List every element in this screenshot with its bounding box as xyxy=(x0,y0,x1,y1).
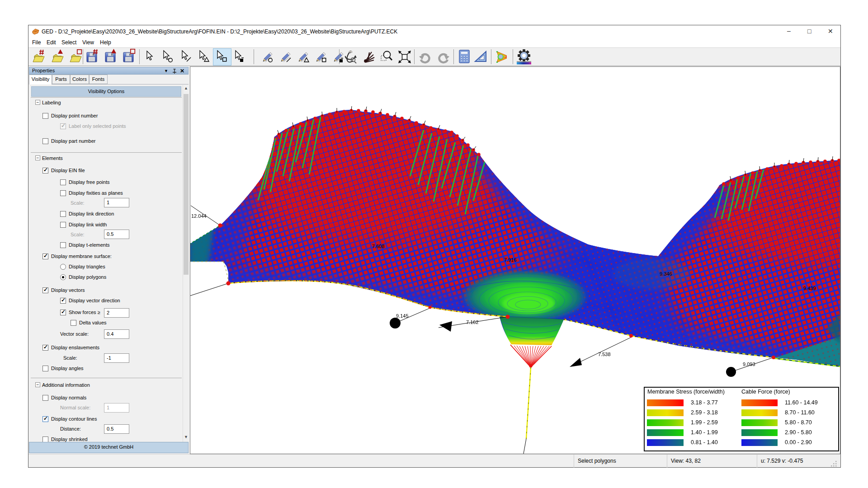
svg-text:9.145: 9.145 xyxy=(396,313,409,319)
svg-text:7.916: 7.916 xyxy=(504,257,517,263)
svg-text:7.162: 7.162 xyxy=(466,319,479,325)
svg-text:9.093: 9.093 xyxy=(743,361,755,367)
svg-text:9.439: 9.439 xyxy=(803,286,816,291)
svg-text:7.608: 7.608 xyxy=(372,244,385,249)
svg-text:12.044: 12.044 xyxy=(191,213,207,219)
svg-text:9.346: 9.346 xyxy=(660,271,672,277)
svg-text:7.538: 7.538 xyxy=(598,352,611,357)
